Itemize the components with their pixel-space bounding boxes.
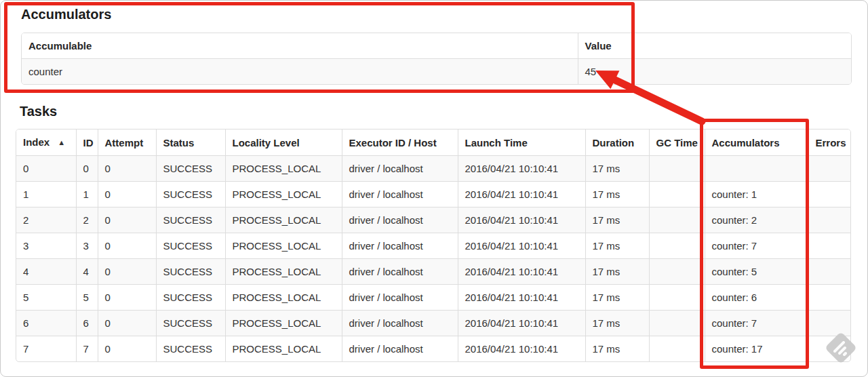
task-cell-accumulators: counter: 5	[705, 259, 808, 285]
task-cell-locality-level: PROCESS_LOCAL	[225, 259, 342, 285]
column-header-gc-time[interactable]: GC Time	[649, 130, 705, 156]
task-cell-executor-id-host: driver / localhost	[342, 156, 458, 182]
task-cell-attempt: 0	[98, 259, 156, 285]
task-cell-errors	[808, 285, 850, 311]
task-cell-errors	[808, 311, 850, 336]
task-cell-executor-id-host: driver / localhost	[342, 259, 458, 285]
column-header-attempt[interactable]: Attempt	[98, 130, 156, 156]
task-row: 110SUCCESSPROCESS_LOCALdriver / localhos…	[16, 182, 850, 207]
task-row: 550SUCCESSPROCESS_LOCALdriver / localhos…	[16, 285, 850, 311]
task-cell-launch-time: 2016/04/21 10:10:41	[458, 311, 585, 336]
task-cell-duration: 17 ms	[585, 336, 649, 362]
task-cell-accumulators: counter: 6	[705, 285, 808, 311]
task-cell-index: 1	[16, 182, 76, 207]
task-cell-launch-time: 2016/04/21 10:10:41	[458, 207, 585, 233]
task-cell-id: 2	[76, 207, 98, 233]
task-cell-accumulators: counter: 7	[705, 311, 808, 336]
task-cell-launch-time: 2016/04/21 10:10:41	[458, 259, 585, 285]
task-cell-id: 1	[76, 182, 98, 207]
task-cell-launch-time: 2016/04/21 10:10:41	[458, 285, 585, 311]
column-header-id[interactable]: ID	[76, 130, 98, 156]
task-cell-id: 7	[76, 336, 98, 362]
column-header-errors[interactable]: Errors	[808, 130, 850, 156]
task-cell-attempt: 0	[98, 311, 156, 336]
task-cell-gc-time	[649, 207, 705, 233]
task-cell-attempt: 0	[98, 336, 156, 362]
task-cell-status: SUCCESS	[156, 156, 225, 182]
task-cell-status: SUCCESS	[156, 182, 225, 207]
task-cell-index: 4	[16, 259, 76, 285]
tasks-table-body: 000SUCCESSPROCESS_LOCALdriver / localhos…	[16, 156, 850, 362]
task-cell-gc-time	[649, 336, 705, 362]
task-cell-index: 5	[16, 285, 76, 311]
column-header-locality-level[interactable]: Locality Level	[225, 130, 342, 156]
task-cell-gc-time	[649, 233, 705, 259]
task-cell-launch-time: 2016/04/21 10:10:41	[458, 182, 585, 207]
task-cell-locality-level: PROCESS_LOCAL	[225, 207, 342, 233]
task-cell-duration: 17 ms	[585, 233, 649, 259]
task-cell-locality-level: PROCESS_LOCAL	[225, 156, 342, 182]
task-cell-index: 2	[16, 207, 76, 233]
accumulator-row: counter 45	[22, 59, 851, 85]
spark-stage-page: Accumulators Accumulable Value counter 4…	[0, 0, 868, 377]
task-cell-index: 3	[16, 233, 76, 259]
index-header-label: Index	[23, 136, 50, 148]
task-cell-id: 5	[76, 285, 98, 311]
accumulators-section-title: Accumulators	[21, 6, 111, 22]
column-header-status[interactable]: Status	[156, 130, 225, 156]
task-cell-duration: 17 ms	[585, 259, 649, 285]
task-cell-errors	[808, 156, 850, 182]
task-cell-index: 7	[16, 336, 76, 362]
column-header-index[interactable]: Index▲	[16, 130, 76, 156]
accumulators-header-row: Accumulable Value	[22, 33, 851, 59]
task-cell-errors	[808, 336, 850, 362]
task-cell-errors	[808, 233, 850, 259]
task-cell-errors	[808, 207, 850, 233]
task-cell-attempt: 0	[98, 207, 156, 233]
task-cell-locality-level: PROCESS_LOCAL	[225, 311, 342, 336]
task-cell-attempt: 0	[98, 182, 156, 207]
tasks-table: Index▲ ID Attempt Status Locality Level …	[16, 129, 851, 362]
column-header-launch-time[interactable]: Launch Time	[458, 130, 585, 156]
task-cell-index: 6	[16, 311, 76, 336]
task-cell-gc-time	[649, 311, 705, 336]
task-cell-errors	[808, 259, 850, 285]
task-cell-attempt: 0	[98, 233, 156, 259]
task-cell-locality-level: PROCESS_LOCAL	[225, 336, 342, 362]
task-cell-id: 0	[76, 156, 98, 182]
task-cell-locality-level: PROCESS_LOCAL	[225, 182, 342, 207]
task-cell-attempt: 0	[98, 156, 156, 182]
task-cell-gc-time	[649, 285, 705, 311]
column-header-executor-id-host[interactable]: Executor ID / Host	[342, 130, 458, 156]
task-cell-id: 4	[76, 259, 98, 285]
column-header-accumulators[interactable]: Accumulators	[705, 130, 808, 156]
task-row: 220SUCCESSPROCESS_LOCALdriver / localhos…	[16, 207, 850, 233]
accumulable-column-header: Accumulable	[22, 33, 578, 59]
task-cell-attempt: 0	[98, 285, 156, 311]
task-row: 000SUCCESSPROCESS_LOCALdriver / localhos…	[16, 156, 850, 182]
task-cell-gc-time	[649, 182, 705, 207]
task-cell-status: SUCCESS	[156, 259, 225, 285]
task-cell-executor-id-host: driver / localhost	[342, 182, 458, 207]
task-cell-launch-time: 2016/04/21 10:10:41	[458, 156, 585, 182]
task-cell-index: 0	[16, 156, 76, 182]
task-cell-gc-time	[649, 156, 705, 182]
accumulators-table: Accumulable Value counter 45	[21, 33, 852, 85]
task-cell-locality-level: PROCESS_LOCAL	[225, 285, 342, 311]
task-cell-launch-time: 2016/04/21 10:10:41	[458, 336, 585, 362]
task-cell-duration: 17 ms	[585, 311, 649, 336]
accumulable-value-cell: 45	[578, 59, 851, 85]
task-cell-executor-id-host: driver / localhost	[342, 285, 458, 311]
task-cell-accumulators: counter: 2	[705, 207, 808, 233]
task-cell-duration: 17 ms	[585, 156, 649, 182]
sort-ascending-icon: ▲	[58, 138, 65, 146]
task-cell-accumulators: counter: 17	[705, 336, 808, 362]
column-header-duration[interactable]: Duration	[585, 130, 649, 156]
task-cell-executor-id-host: driver / localhost	[342, 207, 458, 233]
task-row: 770SUCCESSPROCESS_LOCALdriver / localhos…	[16, 336, 850, 362]
task-row: 440SUCCESSPROCESS_LOCALdriver / localhos…	[16, 259, 850, 285]
task-cell-gc-time	[649, 259, 705, 285]
task-cell-duration: 17 ms	[585, 285, 649, 311]
value-column-header: Value	[578, 33, 851, 59]
task-cell-locality-level: PROCESS_LOCAL	[225, 233, 342, 259]
